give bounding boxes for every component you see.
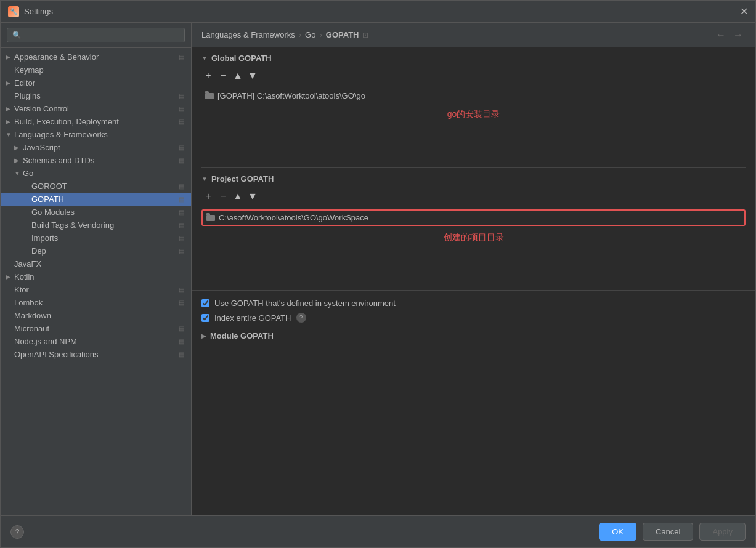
- module-gopath-row[interactable]: ▶ Module GOPATH: [201, 328, 746, 340]
- ext-icon: ▤: [176, 92, 186, 99]
- sidebar-item-label: JavaFX: [14, 259, 186, 268]
- sidebar-item-languages[interactable]: ▼ Languages & Frameworks: [1, 128, 191, 141]
- arrow-icon: ▶: [6, 273, 14, 280]
- sidebar-item-keymap[interactable]: Keymap: [1, 63, 191, 76]
- global-gopath-path: [GOPATH] C:\asoftWorktool\atools\GO\go: [217, 91, 365, 100]
- ext-icon: ▤: [176, 105, 186, 112]
- breadcrumb-settings-icon: ⊡: [362, 31, 368, 39]
- move-down-button[interactable]: ▼: [246, 190, 259, 203]
- footer-buttons: OK Cancel Apply: [599, 523, 746, 541]
- move-up-button[interactable]: ▲: [231, 69, 245, 83]
- nav-back-button[interactable]: ←: [713, 28, 728, 42]
- use-gopath-checkbox[interactable]: [201, 299, 209, 307]
- arrow-icon: ▼: [6, 131, 14, 138]
- global-gopath-header[interactable]: ▼ Global GOPATH: [192, 47, 755, 68]
- ext-icon: ▤: [176, 209, 186, 216]
- project-gopath-section: ▼ Project GOPATH + − ▲ ▼ C:\asoftWorktoo…: [192, 168, 755, 291]
- sidebar-item-label: Imports: [31, 233, 176, 243]
- sidebar-item-label: Dep: [31, 246, 176, 256]
- sidebar: ▶ Appearance & Behavior ▤ Keymap ▶ Edito…: [1, 23, 192, 515]
- breadcrumb-current: GOPATH: [326, 30, 359, 39]
- remove-button[interactable]: −: [216, 69, 230, 83]
- app-icon: 🔧: [8, 6, 19, 17]
- sidebar-item-nodejs[interactable]: Node.js and NPM ▤: [1, 335, 191, 348]
- ext-icon: ▤: [176, 235, 186, 241]
- sidebar-item-build[interactable]: ▶ Build, Execution, Deployment ▤: [1, 115, 191, 128]
- sidebar-item-markdown[interactable]: Markdown: [1, 309, 191, 322]
- sidebar-item-label: Editor: [14, 78, 186, 87]
- nav-forward-button[interactable]: →: [731, 28, 746, 42]
- ext-icon: ▤: [176, 351, 186, 358]
- breadcrumb-part1: Languages & Frameworks: [201, 30, 295, 39]
- breadcrumb-sep1: ›: [299, 30, 301, 39]
- sidebar-item-plugins[interactable]: Plugins ▤: [1, 89, 191, 102]
- sidebar-item-imports[interactable]: Imports ▤: [1, 232, 191, 244]
- sidebar-item-label: Schemas and DTDs: [23, 156, 176, 165]
- arrow-icon: ▶: [14, 157, 23, 164]
- folder-icon: [206, 215, 215, 221]
- sidebar-item-javafx[interactable]: JavaFX: [1, 257, 191, 270]
- sidebar-item-appearance[interactable]: ▶ Appearance & Behavior ▤: [1, 50, 191, 63]
- sidebar-item-gopath[interactable]: GOPATH ▤: [1, 193, 191, 206]
- remove-button[interactable]: −: [216, 190, 230, 203]
- sidebar-tree: ▶ Appearance & Behavior ▤ Keymap ▶ Edito…: [1, 48, 191, 515]
- sidebar-item-openapi[interactable]: OpenAPI Specifications ▤: [1, 348, 191, 361]
- titlebar-left: 🔧 Settings: [8, 6, 53, 17]
- sidebar-item-label: Keymap: [14, 65, 186, 75]
- project-gopath-entry[interactable]: C:\asoftWorktool\atools\GO\goWorkSpace: [201, 209, 746, 226]
- window-title: Settings: [24, 7, 53, 16]
- use-gopath-checkbox-row: Use GOPATH that's defined in system envi…: [201, 299, 746, 308]
- section-expand-arrow: ▼: [201, 175, 208, 182]
- sidebar-item-label: Markdown: [14, 311, 186, 320]
- sidebar-item-lombok[interactable]: Lombok ▤: [1, 296, 191, 309]
- global-gopath-entry[interactable]: [GOPATH] C:\asoftWorktool\atools\GO\go: [201, 89, 746, 103]
- sidebar-item-goroot[interactable]: GOROOT ▤: [1, 180, 191, 193]
- sidebar-item-build-tags[interactable]: Build Tags & Vendoring ▤: [1, 219, 191, 232]
- cancel-button[interactable]: Cancel: [643, 523, 693, 541]
- ext-icon: ▤: [176, 157, 186, 164]
- project-gopath-toolbar: + − ▲ ▼: [192, 188, 755, 207]
- move-up-button[interactable]: ▲: [231, 190, 245, 203]
- ext-icon: ▤: [176, 286, 186, 293]
- arrow-icon: ▶: [6, 54, 14, 60]
- panel-content: ▼ Global GOPATH + − ▲ ▼ [GOPATH] C:\asof…: [192, 47, 755, 515]
- sidebar-item-dep[interactable]: Dep ▤: [1, 244, 191, 257]
- sidebar-item-version-control[interactable]: ▶ Version Control ▤: [1, 102, 191, 115]
- sidebar-item-go[interactable]: ▼ Go: [1, 167, 191, 180]
- help-button[interactable]: ?: [10, 525, 24, 539]
- sidebar-item-label: Languages & Frameworks: [14, 130, 186, 139]
- module-gopath-title: Module GOPATH: [210, 331, 274, 340]
- ok-button[interactable]: OK: [599, 523, 636, 541]
- add-button[interactable]: +: [201, 190, 215, 203]
- index-gopath-checkbox[interactable]: [201, 314, 209, 322]
- arrow-icon: ▶: [6, 105, 14, 112]
- ext-icon: ▤: [176, 54, 186, 60]
- ext-icon: ▤: [176, 196, 186, 203]
- move-down-button[interactable]: ▼: [246, 69, 259, 83]
- sidebar-item-ktor[interactable]: Ktor ▤: [1, 283, 191, 296]
- project-gopath-header[interactable]: ▼ Project GOPATH: [192, 168, 755, 188]
- sidebar-item-label: Build, Execution, Deployment: [14, 117, 176, 126]
- sidebar-item-label: Ktor: [14, 285, 176, 294]
- sidebar-item-javascript[interactable]: ▶ JavaScript ▤: [1, 141, 191, 154]
- sidebar-item-kotlin[interactable]: ▶ Kotlin: [1, 270, 191, 283]
- sidebar-item-schemas[interactable]: ▶ Schemas and DTDs ▤: [1, 154, 191, 167]
- sidebar-item-label: Lombok: [14, 298, 176, 307]
- search-input[interactable]: [7, 28, 185, 42]
- sidebar-item-label: Kotlin: [14, 272, 186, 281]
- sidebar-item-go-modules[interactable]: Go Modules ▤: [1, 206, 191, 219]
- index-gopath-label: Index entire GOPATH: [214, 313, 291, 323]
- titlebar: 🔧 Settings ✕: [1, 1, 755, 23]
- global-gopath-body: [GOPATH] C:\asoftWorktool\atools\GO\go g…: [192, 86, 755, 167]
- close-button[interactable]: ✕: [740, 7, 748, 17]
- sidebar-item-micronaut[interactable]: Micronaut ▤: [1, 322, 191, 335]
- sidebar-item-label: Go Modules: [31, 208, 176, 217]
- apply-button[interactable]: Apply: [699, 523, 746, 541]
- help-icon[interactable]: ?: [296, 313, 306, 323]
- sidebar-item-editor[interactable]: ▶ Editor: [1, 76, 191, 89]
- add-button[interactable]: +: [201, 69, 215, 83]
- footer-left: ?: [10, 525, 24, 539]
- search-box: [1, 23, 191, 48]
- sidebar-item-label: Plugins: [14, 91, 176, 100]
- arrow-icon: ▶: [14, 144, 23, 151]
